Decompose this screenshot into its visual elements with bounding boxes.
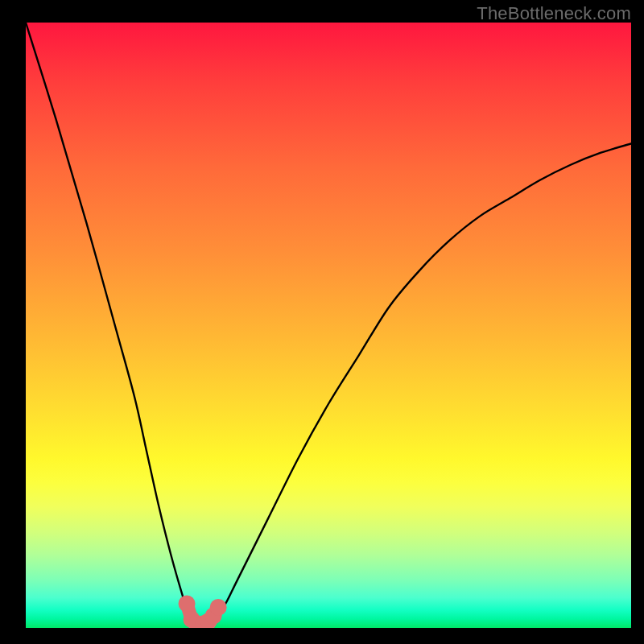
dip-marker [210,599,227,616]
chart-svg [26,23,631,628]
watermark: TheBottleneck.com [477,3,631,24]
plot-area [26,23,631,628]
dip-marker [179,595,196,612]
bottleneck-curve [26,23,631,622]
chart-container: TheBottleneck.com [0,0,644,644]
